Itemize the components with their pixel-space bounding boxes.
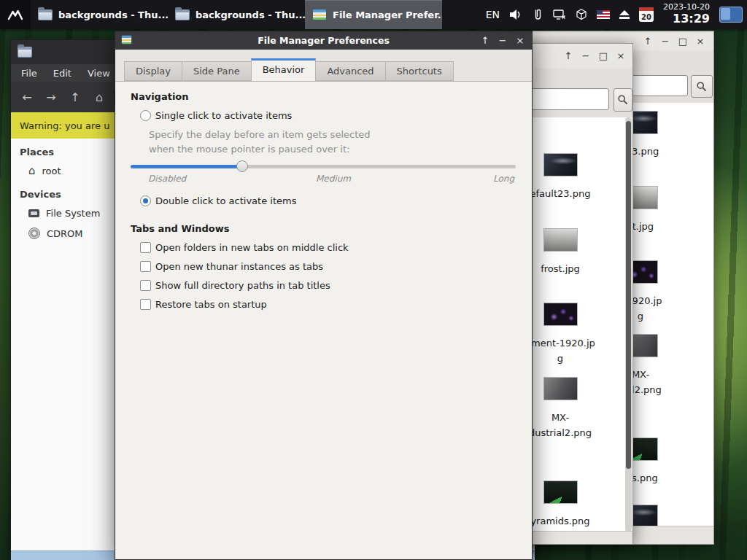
warning-text: Warning: you are u: [20, 120, 109, 131]
sidebar-item-label: root: [42, 166, 61, 176]
top-panel: backgrounds - Thu... backgrounds - Thu..…: [0, 0, 747, 29]
magnifier-icon: [617, 94, 629, 106]
checkbox-label: Restore tabs on startup: [155, 299, 267, 310]
tabs-windows-heading: Tabs and Windows: [131, 223, 229, 234]
slider-marks: Disabled Medium Long: [131, 174, 516, 184]
menu-edit[interactable]: Edit: [45, 68, 80, 79]
sidebar-item-label: File System: [46, 208, 100, 219]
menu-view[interactable]: View: [80, 68, 118, 79]
preferences-icon: [312, 9, 327, 20]
file-thumbnail: [544, 378, 577, 400]
file-thumbnail: [544, 481, 577, 503]
up-button[interactable]: ↑: [66, 88, 85, 106]
delay-hint-line1: Specify the delay before an item gets se…: [149, 129, 371, 140]
eject-icon[interactable]: [619, 10, 630, 19]
checkbox-label: Open new thunar instances as tabs: [155, 261, 323, 272]
menu-logo-icon: [7, 7, 24, 23]
system-tray: EN 20: [486, 3, 747, 26]
screen: File Edit View ← → ↑ ⌂ Warning: you are …: [0, 0, 747, 560]
dialog-title: File Manager Preferences: [258, 35, 390, 46]
taskbar-label: backgrounds - Thu...: [58, 9, 168, 20]
checkbox-row-instances-as-tabs[interactable]: Open new thunar instances as tabs: [140, 261, 323, 272]
rollup-button[interactable]: ↑: [640, 36, 655, 47]
delay-hint-line2: when the mouse pointer is paused over it…: [149, 144, 349, 155]
file-thumbnail: [544, 154, 577, 176]
magnifier-icon: [696, 81, 708, 93]
clock-time: 13:29: [663, 12, 710, 26]
minimize-button[interactable]: −: [578, 50, 593, 61]
checkbox-row-full-paths[interactable]: Show full directory paths in tab titles: [140, 280, 330, 291]
clipboard-manager-icon[interactable]: [532, 9, 543, 20]
taskbar-label: backgrounds - Thu...: [196, 9, 305, 20]
radio-label: Single click to activate items: [155, 110, 292, 121]
tab-display[interactable]: Display: [124, 61, 182, 81]
taskbar-label: File Manager Prefer...: [333, 9, 442, 20]
checkbox-row-restore-tabs[interactable]: Restore tabs on startup: [140, 299, 267, 310]
dialog-titlebar[interactable]: File Manager Preferences ↑ − ×: [115, 31, 532, 50]
scrollbar-thumb[interactable]: [626, 121, 631, 469]
maximize-button[interactable]: □: [596, 50, 611, 61]
folder-icon: [175, 9, 190, 20]
tab-bar: Display Side Pane Behavior Advanced Shor…: [124, 58, 453, 81]
minimize-button[interactable]: −: [494, 35, 511, 46]
rollup-button[interactable]: ↑: [561, 50, 576, 61]
delay-slider[interactable]: [131, 160, 516, 172]
display-icon[interactable]: [553, 9, 566, 20]
file-thumbnail: [544, 229, 577, 251]
mark-long: Long: [493, 174, 514, 184]
taskbar-item-preferences[interactable]: File Manager Prefer...: [305, 0, 442, 29]
folder-icon: [18, 47, 32, 58]
minimize-button[interactable]: −: [658, 36, 673, 47]
folder-icon: [38, 9, 53, 20]
preferences-icon: [121, 35, 132, 44]
navigation-heading: Navigation: [131, 91, 189, 102]
cdrom-icon: [28, 228, 40, 239]
radio-single-click[interactable]: [140, 110, 151, 121]
checkbox-row-middle-click[interactable]: Open folders in new tabs on middle click: [140, 242, 349, 253]
rollup-button[interactable]: ↑: [476, 35, 494, 46]
slider-handle[interactable]: [236, 160, 248, 172]
home-button[interactable]: ⌂: [90, 88, 109, 106]
clock[interactable]: 2023-10-20 13:29: [663, 3, 710, 26]
home-icon: ⌂: [28, 166, 36, 176]
close-button[interactable]: ×: [693, 36, 708, 47]
tab-side-pane[interactable]: Side Pane: [182, 61, 252, 81]
search-button[interactable]: [691, 75, 713, 98]
tab-advanced[interactable]: Advanced: [315, 61, 385, 81]
forward-button[interactable]: →: [42, 88, 61, 106]
tab-shortcuts[interactable]: Shortcuts: [385, 61, 454, 81]
menu-file[interactable]: File: [13, 68, 45, 79]
checkbox-full-paths[interactable]: [140, 280, 151, 291]
double-click-option[interactable]: Double click to activate items: [140, 195, 296, 206]
close-button[interactable]: ×: [511, 35, 529, 46]
radio-double-click[interactable]: [140, 195, 151, 206]
checkbox-label: Open folders in new tabs on middle click: [155, 242, 349, 253]
applications-menu-button[interactable]: [0, 0, 31, 29]
checkbox-middle-click[interactable]: [140, 242, 151, 253]
calendar-icon[interactable]: 20: [639, 7, 654, 22]
maximize-button[interactable]: □: [676, 36, 690, 47]
workspace-switcher[interactable]: [719, 7, 743, 23]
mark-disabled: Disabled: [148, 174, 186, 184]
search-button[interactable]: [614, 88, 632, 112]
checkbox-restore-tabs[interactable]: [140, 299, 151, 310]
us-flag-icon[interactable]: [597, 10, 610, 19]
slider-fill: [131, 165, 242, 168]
checkbox-label: Show full directory paths in tab titles: [155, 280, 330, 291]
keyboard-layout-indicator[interactable]: EN: [486, 9, 500, 20]
back-button[interactable]: ←: [18, 88, 36, 106]
checkbox-instances-as-tabs[interactable]: [140, 261, 151, 272]
single-click-option[interactable]: Single click to activate items: [140, 110, 292, 121]
drive-icon: [28, 209, 39, 217]
tab-content-behavior: Navigation Single click to activate item…: [115, 81, 532, 559]
taskbar-item-backgrounds-2[interactable]: backgrounds - Thu...: [168, 0, 305, 29]
calendar-day: 20: [641, 13, 651, 21]
package-icon[interactable]: [576, 9, 587, 20]
sidebar-item-label: CDROM: [47, 228, 83, 239]
vertical-scrollbar[interactable]: [625, 117, 632, 532]
taskbar-item-backgrounds-1[interactable]: backgrounds - Thu...: [31, 0, 168, 29]
mark-medium: Medium: [316, 174, 351, 184]
tab-behavior[interactable]: Behavior: [251, 58, 317, 82]
volume-icon[interactable]: [509, 9, 522, 20]
close-button[interactable]: ×: [614, 50, 628, 61]
